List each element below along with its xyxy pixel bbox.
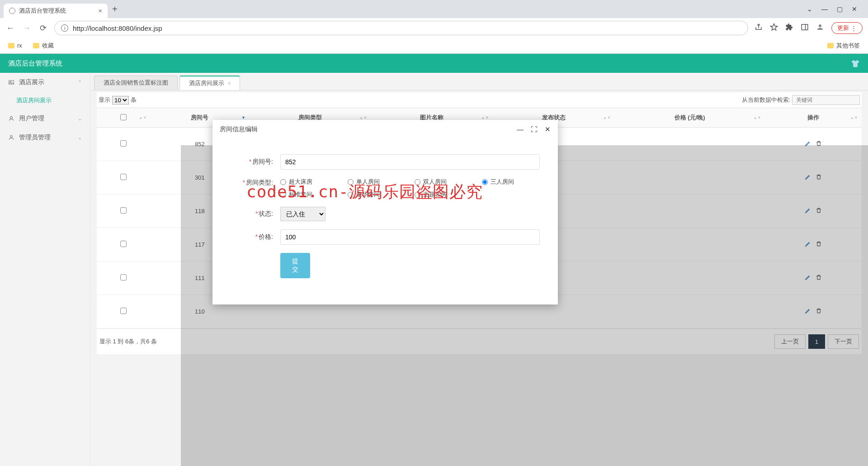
window-controls: ⌄ — ▢ ✕ [807,5,864,13]
site-info-icon[interactable]: i [61,24,68,32]
modal-minimize-icon[interactable]: — [517,125,524,133]
room-type-option[interactable]: 超大床房 [280,178,339,186]
theme-icon[interactable]: 👕 [851,59,860,68]
url-input[interactable]: i http://localhost:8080/index.jsp [54,21,748,35]
browser-tab-bar: 酒店后台管理系统 × + ⌄ — ▢ ✕ [0,0,868,18]
chevron-down-icon: ⌄ [78,116,82,122]
toolbar-icons: 更新⋮ [755,22,863,34]
modal-maximize-icon[interactable]: ⛶ [531,125,538,133]
chevron-down-icon: ⌄ [78,135,82,141]
bookmark-other[interactable]: 其他书签 [827,42,860,50]
radio-input[interactable] [482,179,488,185]
modal-header: 房间信息编辑 — ⛶ ✕ [212,120,558,139]
new-tab-button[interactable]: + [112,4,118,14]
room-type-option[interactable]: 双人房间 [415,178,473,186]
room-no-label: *房间号: [231,158,280,166]
side-panel-icon[interactable] [801,23,809,33]
col-checkbox[interactable]: ▲▼ [97,108,151,128]
col-actions[interactable]: 操作▲▼ [765,108,862,128]
row-checkbox[interactable] [120,274,127,281]
url-text: http://localhost:8080/index.jsp [73,24,162,32]
sidebar-item-user-mgmt[interactable]: 用户管理 ⌄ [0,109,90,128]
user-icon [8,115,14,122]
tab-room-display[interactable]: 酒店房间展示× [179,76,240,90]
modal-close-icon[interactable]: ✕ [545,125,551,133]
bookmark-rx[interactable]: rx [8,42,22,49]
minimize-icon[interactable]: — [821,5,828,13]
row-checkbox[interactable] [120,174,127,180]
folder-icon [8,43,14,48]
app-header: 酒店后台管理系统 👕 [0,54,868,73]
col-price[interactable]: 价格 (元/晚)▲▼ [614,108,765,128]
row-checkbox[interactable] [120,140,127,147]
price-label: *价格: [231,233,280,241]
submit-button[interactable]: 提交 [280,253,310,278]
row-checkbox[interactable] [120,207,127,214]
svg-point-5 [10,116,13,119]
radio-input[interactable] [348,179,354,185]
globe-icon [9,8,15,14]
reload-button[interactable]: ⟳ [38,23,48,33]
page-size-select[interactable]: 10 [112,96,129,105]
image-icon [8,79,14,86]
modal-body: *房间号: *房间类型: 超大床房单人房间双人房间三人房间标准套间豪华套间主题客… [212,139,558,304]
room-type-radios: 超大床房单人房间双人房间三人房间标准套间豪华套间主题客房 [280,178,540,199]
close-tab-icon[interactable]: × [228,81,231,86]
room-edit-modal: 房间信息编辑 — ⛶ ✕ *房间号: *房间类型: 超大床房单人房间双人房间三人… [212,120,558,304]
tab-sales-map[interactable]: 酒店全国销售位置标注图 [94,76,178,90]
maximize-icon[interactable]: ▢ [837,5,843,13]
room-type-option[interactable]: 三人房间 [482,178,540,186]
radio-input[interactable] [280,192,286,198]
close-window-icon[interactable]: ✕ [852,5,857,13]
checkbox-all[interactable] [120,114,127,120]
radio-input[interactable] [280,179,286,185]
room-type-option[interactable]: 标准套间 [280,190,339,199]
bookmark-favorites[interactable]: 收藏 [33,42,54,50]
update-button[interactable]: 更新⋮ [831,22,863,34]
room-type-option[interactable]: 单人房间 [348,178,406,186]
room-no-input[interactable] [280,154,540,170]
folder-icon [827,43,834,48]
address-bar: ← → ⟳ i http://localhost:8080/index.jsp … [0,18,868,38]
search-input[interactable] [792,95,860,105]
table-info: 显示 1 到 6条，共6 条 [99,338,157,346]
status-label: *状态: [231,210,280,218]
modal-title: 房间信息编辑 [220,125,258,133]
svg-rect-0 [802,24,808,30]
chevron-down-icon[interactable]: ⌄ [807,5,812,13]
content-tabs: 酒店全国销售位置标注图 酒店房间展示× [90,73,868,90]
sidebar-item-admin-mgmt[interactable]: 管理员管理 ⌄ [0,128,90,147]
room-type-label: *房间类型: [231,178,280,187]
browser-tab-title: 酒店后台管理系统 [19,7,66,15]
browser-tab[interactable]: 酒店后台管理系统 × [4,4,108,18]
room-type-option[interactable]: 主题客房 [415,190,473,199]
bookmarks-bar: rx 收藏 其他书签 [0,38,868,53]
radio-input[interactable] [348,192,354,198]
sidebar: 酒店展示 ⌃ 酒店房间展示 用户管理 ⌄ 管理员管理 ⌄ [0,73,90,466]
forward-button[interactable]: → [22,24,32,33]
app-title: 酒店后台管理系统 [8,59,62,68]
folder-icon [33,43,39,48]
chevron-up-icon: ⌃ [78,80,82,86]
row-checkbox[interactable] [120,241,127,247]
sidebar-item-hotel-display[interactable]: 酒店展示 ⌃ [0,73,90,92]
row-checkbox[interactable] [120,308,127,314]
radio-input[interactable] [415,179,420,185]
back-button[interactable]: ← [5,24,15,33]
browser-chrome: 酒店后台管理系统 × + ⌄ — ▢ ✕ ← → ⟳ i http://loca… [0,0,868,54]
extension-icon[interactable] [785,23,793,33]
user-icon [8,134,14,141]
svg-point-6 [10,135,13,138]
price-input[interactable] [280,229,540,245]
star-icon[interactable] [770,23,778,33]
status-select[interactable]: 已入住 [280,207,326,221]
close-tab-icon[interactable]: × [99,7,102,14]
radio-input[interactable] [415,192,420,198]
share-icon[interactable] [755,23,763,33]
datatable-top: 显示 10 条 从当前数据中检索: [97,92,862,108]
profile-icon[interactable] [816,23,824,33]
svg-point-2 [819,24,821,27]
search-label: 从当前数据中检索: [742,96,791,103]
room-type-option[interactable]: 豪华套间 [348,190,406,199]
sidebar-sub-room-display[interactable]: 酒店房间展示 [0,92,90,109]
